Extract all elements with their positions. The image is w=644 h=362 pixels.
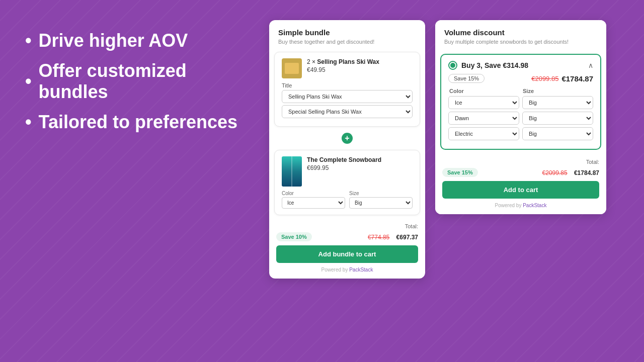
volume-total-label: Total: [586,159,599,165]
right-panel: Simple bundle Buy these together and get… [257,20,619,279]
ski-wax-info: 2 × Selling Plans Ski Wax €49.95 [307,58,413,73]
snowboard-product-row: The Complete Snowboard €699.95 [282,156,413,187]
volume-footer-save-badge: Save 15% [442,168,478,177]
color-header: Color [448,88,520,94]
volume-subtitle: Buy multiple complete snowbords to get d… [444,39,597,45]
simple-bundle-card: Simple bundle Buy these together and get… [269,20,425,279]
volume-add-to-cart-button[interactable]: Add to cart [442,181,599,199]
snowboard-options: Color Ice Dawn Electric Size Big Medium … [282,191,413,209]
size-header: Size [522,88,593,94]
total-label: Total: [405,223,418,229]
total-row: Total: [276,223,418,229]
volume-prices: €2099.85 €1784.87 [531,74,593,83]
size-option-group: Size Big Medium Small [349,191,413,209]
variant-header-grid: Color Size [448,88,593,94]
ski-wax-name: 2 × Selling Plans Ski Wax [307,58,413,65]
snowboard-image [282,156,302,187]
volume-save-badge: Save 15% [448,74,485,83]
bullet-text-1: Drive higher AOV [39,30,188,51]
snowboard-product-item: The Complete Snowboard €699.95 Color Ice… [274,150,420,215]
volume-option-title: Buy 3, Save €314.98 [461,61,528,69]
title-field-label: Title [282,82,413,88]
ski-wax-select-1[interactable]: Selling Plans Ski Wax [282,90,413,103]
volume-size-select-1[interactable]: BigMediumSmall [522,96,593,109]
ski-wax-select-2[interactable]: Special Selling Plans Ski Wax [282,105,413,118]
snowboard-info: The Complete Snowboard €699.95 [307,156,413,171]
volume-header: Volume discount Buy multiple complete sn… [435,20,606,50]
add-bundle-to-cart-button[interactable]: Add bundle to cart [276,245,418,263]
volume-footer-prices: €2099.85 €1784.87 [542,168,599,177]
volume-option-left: Buy 3, Save €314.98 [448,61,528,70]
add-product-icon[interactable]: + [342,133,353,144]
packstack-link-simple[interactable]: PackStack [349,267,373,273]
price-group: €774.85 €697.37 [368,232,418,241]
volume-option-header: Buy 3, Save €314.98 ∧ [448,61,593,70]
volume-size-select-3[interactable]: BigMediumSmall [522,127,593,140]
volume-price-row: Save 15% €2099.85 €1784.87 [442,168,599,177]
variant-row-2: IceDawnElectric BigMediumSmall [448,112,593,125]
ski-wax-price: €49.95 [307,66,413,73]
ski-wax-image-inner [285,63,299,74]
volume-color-select-3[interactable]: IceDawnElectric [448,127,519,140]
bullet-text-3: Tailored to preferences [39,112,237,133]
snowboard-color-select[interactable]: Ice Dawn Electric [282,197,345,209]
packstack-link-volume[interactable]: PackStack [523,203,546,208]
variant-row-3: IceDawnElectric BigMediumSmall [448,127,593,140]
left-panel: Drive higher AOV Offer customized bundle… [25,20,257,142]
ski-wax-product-row: 2 × Selling Plans Ski Wax €49.95 [282,58,413,78]
bullet-item-1: Drive higher AOV [25,30,257,51]
snowboard-size-select[interactable]: Big Medium Small [349,197,413,209]
bullet-item-2: Offer customized bundles [25,60,257,103]
volume-footer-price-old: €2099.85 [542,169,568,176]
save-badge: Save 10% [276,232,312,241]
simple-bundle-subtitle: Buy these together and get discounted! [278,39,416,45]
volume-color-select-1[interactable]: IceDawnElectric [448,96,519,109]
color-option-group: Color Ice Dawn Electric [282,191,345,209]
volume-total-row: Total: [442,159,599,165]
bullet-item-3: Tailored to preferences [25,112,257,133]
price-old: €774.85 [368,234,389,241]
volume-color-select-2[interactable]: IceDawnElectric [448,112,519,125]
bullet-text-2: Offer customized bundles [39,60,257,103]
snowboard-price: €699.95 [307,164,413,171]
color-label: Color [282,191,345,196]
volume-price-old: €2099.85 [531,75,558,82]
snowboard-name: The Complete Snowboard [307,156,413,163]
size-label: Size [349,191,413,196]
volume-size-select-2[interactable]: BigMediumSmall [522,112,593,125]
volume-footer-price-new: €1784.87 [574,169,599,176]
volume-option-right: ∧ [588,61,593,69]
chevron-up-icon[interactable]: ∧ [588,61,593,69]
price-new: €697.37 [396,234,418,241]
add-product-row: + [269,130,425,147]
powered-by-volume: Powered by PackStack [442,203,599,208]
simple-bundle-title: Simple bundle [278,28,416,37]
volume-title: Volume discount [444,28,597,37]
ski-wax-product-item: 2 × Selling Plans Ski Wax €49.95 Title S… [274,52,420,127]
volume-option-buy3: Buy 3, Save €314.98 ∧ Save 15% €2099.85 … [440,54,601,150]
volume-price-new: €1784.87 [561,74,593,83]
price-row: Save 10% €774.85 €697.37 [276,232,418,241]
volume-footer: Total: Save 15% €2099.85 €1784.87 Add to… [435,154,606,214]
variant-row-1: IceDawnElectric BigMediumSmall [448,96,593,109]
radio-button[interactable] [448,61,457,70]
simple-bundle-header: Simple bundle Buy these together and get… [269,20,425,49]
bullet-list: Drive higher AOV Offer customized bundle… [25,30,257,133]
volume-discount-card: Volume discount Buy multiple complete sn… [435,20,606,214]
simple-bundle-footer: Total: Save 10% €774.85 €697.37 Add bund… [269,218,425,279]
powered-by-simple: Powered by PackStack [276,267,418,273]
ski-wax-image [282,58,302,78]
